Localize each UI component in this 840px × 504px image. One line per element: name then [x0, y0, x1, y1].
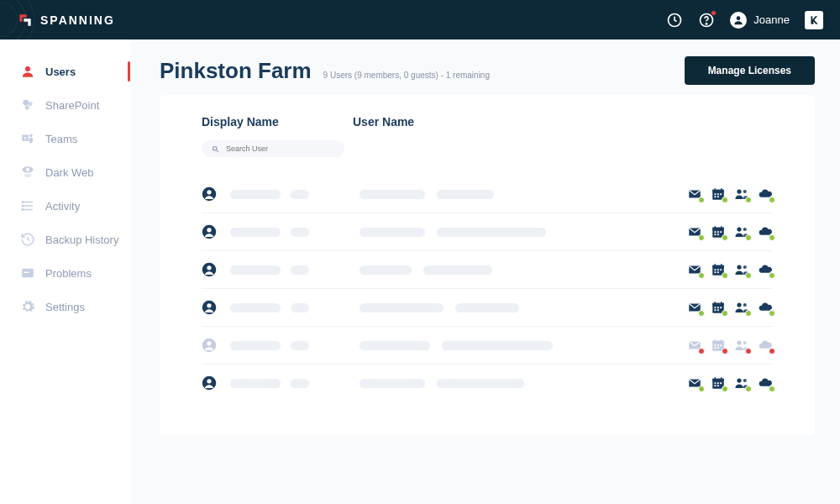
status-dot-icon	[698, 310, 705, 317]
svg-point-6	[28, 102, 32, 106]
svg-rect-41	[717, 231, 719, 233]
user-rows	[202, 176, 773, 402]
sidebar-item-dark-web[interactable]: Dark Web	[0, 155, 130, 189]
status-dot-icon	[769, 348, 775, 354]
clock-icon[interactable]	[666, 12, 683, 29]
display-name-placeholder	[291, 379, 309, 388]
mail-status-icon[interactable]	[687, 338, 702, 353]
table-row[interactable]	[202, 176, 773, 213]
svg-point-46	[743, 228, 747, 231]
status-dot-icon	[769, 310, 775, 317]
sidebar-item-activity[interactable]: Activity	[0, 189, 130, 223]
svg-point-2	[706, 23, 707, 24]
calendar-status-icon[interactable]	[711, 375, 726, 391]
calendar-status-icon[interactable]	[711, 262, 726, 277]
status-dot-icon	[698, 234, 705, 241]
contacts-status-icon[interactable]	[734, 224, 749, 239]
search-icon	[212, 145, 219, 153]
svg-point-45	[737, 227, 741, 231]
svg-rect-70	[717, 309, 719, 311]
user-menu[interactable]: Joanne	[730, 12, 790, 29]
calendar-status-icon[interactable]	[711, 338, 726, 353]
svg-rect-37	[712, 228, 724, 230]
status-dot-icon	[745, 386, 752, 392]
onedrive-status-icon[interactable]	[758, 338, 773, 353]
svg-point-74	[207, 341, 211, 345]
row-actions	[687, 224, 773, 239]
mail-status-icon[interactable]	[687, 375, 702, 391]
svg-rect-68	[720, 307, 722, 308]
sidebar-item-teams[interactable]: TTeams	[0, 122, 130, 155]
svg-rect-53	[715, 269, 717, 270]
svg-rect-28	[717, 193, 719, 195]
svg-rect-81	[720, 344, 722, 346]
user-avatar-icon	[202, 338, 217, 353]
status-dot-icon	[745, 234, 752, 241]
status-dot-icon	[698, 386, 705, 392]
status-dot-icon	[722, 348, 728, 354]
svg-point-5	[23, 100, 29, 106]
username-placeholder	[360, 228, 425, 237]
table-row[interactable]	[202, 251, 773, 289]
sharepoint-icon	[20, 97, 35, 113]
brand-mark-icon	[17, 12, 34, 29]
sidebar-item-label: Settings	[45, 301, 85, 313]
contacts-status-icon[interactable]	[734, 375, 749, 391]
onedrive-status-icon[interactable]	[758, 186, 773, 202]
display-name-placeholder	[230, 190, 281, 199]
svg-rect-57	[717, 271, 719, 273]
svg-point-97	[737, 378, 741, 382]
mail-status-icon[interactable]	[687, 186, 702, 202]
manage-licenses-button[interactable]: Manage Licenses	[685, 56, 815, 85]
sidebar: UsersSharePointTTeamsDark WebActivityBac…	[0, 39, 130, 504]
mail-status-icon[interactable]	[687, 300, 702, 315]
svg-point-84	[737, 340, 741, 344]
sidebar-item-users[interactable]: Users	[0, 55, 130, 88]
onedrive-status-icon[interactable]	[758, 224, 773, 239]
table-row[interactable]	[202, 213, 773, 251]
user-avatar-icon	[202, 186, 217, 202]
table-row[interactable]	[202, 289, 773, 327]
teams-icon: T	[20, 131, 35, 146]
onedrive-status-icon[interactable]	[758, 262, 773, 277]
svg-point-59	[743, 265, 747, 269]
sidebar-item-sharepoint[interactable]: SharePoint	[0, 88, 130, 122]
contacts-status-icon[interactable]	[734, 300, 749, 315]
help-icon[interactable]	[698, 12, 715, 29]
search-input[interactable]	[226, 144, 334, 153]
contacts-status-icon[interactable]	[734, 262, 749, 277]
mail-status-icon[interactable]	[687, 224, 702, 239]
username-placeholder	[360, 379, 425, 388]
svg-rect-83	[717, 347, 719, 349]
sidebar-item-settings[interactable]: Settings	[0, 290, 130, 323]
display-name-placeholder	[291, 228, 309, 237]
sidebar-item-problems[interactable]: Problems	[0, 256, 130, 290]
svg-point-4	[25, 66, 30, 71]
sidebar-item-label: Dark Web	[45, 166, 94, 179]
onedrive-status-icon[interactable]	[758, 300, 773, 315]
user-avatar-icon	[202, 300, 217, 315]
table-row[interactable]	[202, 327, 773, 365]
svg-rect-54	[717, 269, 719, 270]
sidebar-item-label: Teams	[45, 133, 77, 145]
svg-text:T: T	[24, 136, 27, 141]
onedrive-status-icon[interactable]	[758, 375, 773, 391]
status-dot-icon	[722, 386, 728, 392]
svg-point-98	[743, 379, 747, 382]
svg-rect-95	[715, 385, 717, 386]
table-row[interactable]	[202, 365, 773, 402]
mail-status-icon[interactable]	[687, 262, 702, 277]
column-headers: Display Name User Name	[202, 115, 773, 129]
calendar-status-icon[interactable]	[711, 186, 726, 202]
contacts-status-icon[interactable]	[734, 186, 749, 202]
search-user-box[interactable]	[202, 140, 344, 157]
calendar-status-icon[interactable]	[711, 224, 726, 239]
sidebar-item-backup-history[interactable]: Backup History	[0, 223, 130, 256]
svg-point-15	[22, 205, 24, 207]
display-name-placeholder	[230, 379, 281, 388]
calendar-status-icon[interactable]	[711, 300, 726, 315]
status-dot-icon	[745, 348, 752, 354]
kaseya-badge[interactable]	[805, 11, 823, 29]
svg-rect-89	[712, 379, 724, 381]
contacts-status-icon[interactable]	[734, 338, 749, 353]
